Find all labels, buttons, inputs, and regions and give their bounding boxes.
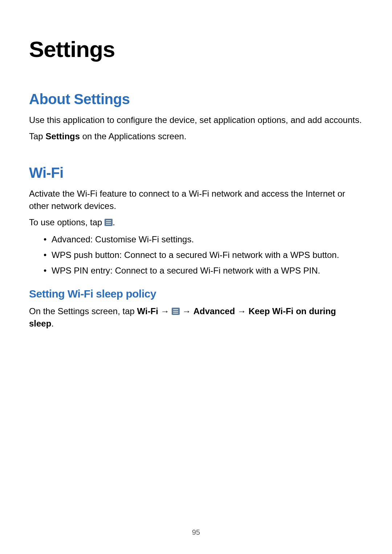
option-rest: : Connect to a secured Wi-Fi network wit… [119, 250, 339, 260]
menu-icon [172, 308, 180, 315]
settings-bold: Settings [45, 131, 80, 141]
option-rest: : Connect to a secured Wi-Fi network wit… [110, 266, 320, 275]
page-number: 95 [0, 528, 392, 537]
wifi-bold: Wi-Fi [137, 306, 158, 316]
menu-icon [105, 219, 113, 226]
page-title: Settings [29, 36, 363, 62]
about-settings-heading: About Settings [29, 91, 363, 107]
text-fragment: Tap [29, 131, 45, 141]
text-fragment: On the Settings screen, tap [29, 306, 137, 316]
wifi-heading: Wi-Fi [29, 165, 363, 181]
about-paragraph-1: Use this application to configure the de… [29, 114, 363, 127]
wifi-sleep-heading: Setting Wi-Fi sleep policy [29, 288, 363, 300]
list-item: WPS push button: Connect to a secured Wi… [44, 248, 363, 262]
about-paragraph-2: Tap Settings on the Applications screen. [29, 130, 363, 143]
option-rest: : Customise Wi-Fi settings. [90, 234, 194, 244]
arrow-text: → [235, 306, 248, 316]
wifi-paragraph-1: Activate the Wi-Fi feature to connect to… [29, 188, 363, 213]
option-bold: Advanced [52, 234, 90, 244]
option-bold: WPS PIN entry [52, 266, 110, 275]
option-bold: WPS push button [52, 250, 119, 260]
wifi-options-list: Advanced: Customise Wi-Fi settings. WPS … [29, 233, 363, 278]
advanced-bold: Advanced [193, 306, 235, 316]
text-fragment: on the Applications screen. [80, 131, 187, 141]
text-fragment: To use options, tap [29, 217, 105, 227]
arrow-text: → [158, 306, 172, 316]
wifi-sleep-paragraph: On the Settings screen, tap Wi-Fi → → Ad… [29, 305, 363, 331]
wifi-paragraph-2: To use options, tap . [29, 216, 363, 229]
list-item: Advanced: Customise Wi-Fi settings. [44, 233, 363, 246]
text-fragment: . [113, 217, 115, 227]
arrow-text: → [180, 306, 193, 316]
list-item: WPS PIN entry: Connect to a secured Wi-F… [44, 264, 363, 277]
text-fragment: . [51, 319, 54, 328]
